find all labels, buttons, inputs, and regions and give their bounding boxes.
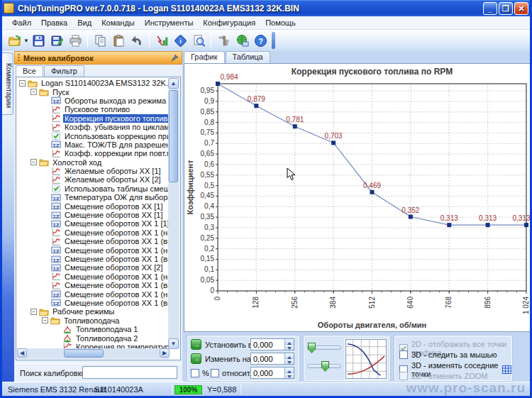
tree-item[interactable]: 1.2Смещение оборотов ХХ [1] (16, 211, 170, 219)
checkbox[interactable] (399, 372, 408, 380)
tree-item[interactable]: Использовать таблицы смещения об (16, 184, 170, 193)
chip-chart-icon[interactable] (153, 32, 170, 49)
spin-down-icon[interactable] (285, 359, 294, 364)
undo-icon[interactable] (128, 32, 145, 49)
tree-item[interactable]: −Рабочие режимы (16, 307, 170, 316)
tree-item[interactable]: −Холостой ход (16, 158, 170, 167)
tab-Фильтр[interactable]: Фильтр (44, 65, 84, 77)
tab-Таблица[interactable]: Таблица (226, 51, 270, 63)
tree-item-label[interactable]: Смещение оборотов ХХ 1 (низкая ТС (63, 228, 170, 237)
relative-checkbox[interactable] (211, 369, 219, 377)
tree-item[interactable]: Коэфф. убывания по циклам (16, 123, 170, 131)
zoom-search-icon[interactable] (190, 32, 207, 49)
x-slider[interactable] (307, 346, 341, 350)
scroll-left-icon[interactable]: ◀ (17, 348, 27, 358)
scroll-up-icon[interactable]: ▲ (168, 78, 179, 89)
tree-item[interactable]: Желаемые обороты ХХ [2] (16, 175, 170, 184)
title-bar[interactable]: ChipTuningPRO ver.7.0.0.718 - Logan S110… (0, 0, 532, 16)
apply-set-button[interactable]: → (191, 339, 201, 350)
pin-icon[interactable] (170, 54, 179, 62)
menu-item-Правка[interactable]: Правка (37, 17, 72, 28)
set-value[interactable]: 0,000 (251, 339, 284, 350)
tree-item-label[interactable]: Logan S110140023A EMS3132 32K.BIN (40, 79, 170, 87)
expander-minus-icon[interactable]: − (42, 317, 48, 324)
horizontal-scroll-thumb[interactable] (64, 349, 104, 358)
scroll-right-icon[interactable]: ▶ (160, 348, 170, 358)
tree-item[interactable]: Смещение оборотов ХХ 1 (низкая ТС (16, 272, 170, 281)
menu-item-Файл[interactable]: Файл (8, 17, 35, 28)
tree-item-label[interactable]: Смещение оборотов ХХ [2] (63, 263, 164, 272)
minimize-button[interactable]: _ (483, 2, 497, 15)
horizontal-scrollbar[interactable]: ◀ ▶ (17, 348, 170, 359)
tree-item[interactable]: −Топливоподача (16, 316, 170, 325)
tree-item[interactable]: Коррекция пускового топлива по RP (16, 114, 170, 123)
tree-item-label[interactable]: Пуск (51, 88, 71, 96)
expander-minus-icon[interactable]: − (31, 89, 37, 95)
tree-item[interactable]: Желаемые обороты ХХ [1] (16, 167, 170, 175)
tools-icon[interactable] (215, 32, 232, 49)
tree-item-label[interactable]: Температура ОЖ для выбора смеще (63, 193, 170, 201)
tree-item[interactable]: Пусковое топливо (16, 105, 170, 114)
tree-item-label[interactable]: Смещение оборотов ХХ [1] (63, 211, 164, 219)
tree-item[interactable]: Смещение оборотов ХХ 1 (высокая Т (16, 281, 170, 289)
tree-item-label[interactable]: Смещение оборотов ХХ 1 (низкая ТС (63, 290, 170, 299)
tree-item-label[interactable]: Рабочие режимы (51, 307, 116, 316)
tree-item[interactable]: 1.2Смещение оборотов ХХ 1 (низкая ТС (16, 289, 170, 298)
comments-tab[interactable]: Комментарии (2, 52, 13, 115)
tree-item-label[interactable]: Смещение оборотов ХХ 1 [1] (63, 219, 170, 228)
menu-item-Команды[interactable]: Команды (97, 17, 139, 28)
tree-item-label[interactable]: Смещение оборотов ХХ 1 (высокая Т (63, 299, 170, 307)
tree-item-label[interactable]: Топливоподача 1 (74, 325, 139, 333)
tree-item-label[interactable]: Смещение оборотов ХХ 1 (высокая Т (63, 255, 170, 263)
change-value[interactable]: 0,000 (251, 353, 284, 364)
tree-item[interactable]: 1.2Обороты выхода из режима пуска (16, 96, 170, 105)
tree-item-label[interactable]: Коэфф. убывания по циклам (63, 123, 170, 131)
tree-item-label[interactable]: Смещение оборотов ХХ 1 (высокая Т (63, 281, 170, 289)
tree-item-label[interactable]: Пусковое топливо (63, 105, 131, 114)
expander-minus-icon[interactable]: − (19, 80, 26, 87)
set-value-spinner[interactable]: 0,000 (250, 338, 294, 350)
globe-icon[interactable] (233, 32, 250, 49)
tree-item-label[interactable]: Желаемые обороты ХХ [2] (63, 175, 162, 184)
tree-item[interactable]: −Пуск (16, 87, 170, 96)
tree-item[interactable]: 1.2Смещение оборотов ХХ [2] (16, 263, 170, 272)
tree-item-label[interactable]: Топливоподача (62, 316, 121, 325)
tree-item[interactable]: Использовать коррекцию при повтор (16, 131, 170, 140)
open-file-icon[interactable] (6, 32, 23, 49)
tree-item[interactable]: 1.2Смещение оборотов ХХ 1 [1] (16, 219, 170, 228)
change-value-spinner[interactable]: 0,000 (250, 353, 294, 365)
tree-item-label[interactable]: Смещение оборотов ХХ 1 (низкая ТС (63, 246, 170, 255)
graph-preview-button[interactable] (345, 339, 387, 379)
info-icon[interactable]: i (172, 32, 189, 49)
menu-item-Помощь[interactable]: Помощь (261, 17, 300, 28)
tree-item[interactable]: 1.2Температура ОЖ для выбора смеще (16, 193, 170, 201)
spin-up-icon[interactable] (285, 367, 294, 373)
tree-item-label[interactable]: Макс. ТОЖ/ТВ для разрешения корр (63, 140, 170, 149)
tree-item-label[interactable]: Холостой ход (51, 158, 103, 167)
save-icon[interactable] (30, 32, 47, 49)
print-icon[interactable] (67, 32, 84, 49)
copy-icon[interactable] (92, 32, 109, 49)
tree-item[interactable]: −Logan S110140023A EMS3132 32K.BIN (16, 79, 170, 87)
expander-minus-icon[interactable]: − (31, 159, 37, 165)
spin-up-icon[interactable] (285, 353, 294, 359)
spin-down-icon[interactable] (285, 373, 294, 378)
tab-График[interactable]: График (184, 51, 225, 63)
tree-item[interactable]: 1.2Смещение оборотов ХХ 1 (высокая Т (16, 255, 170, 263)
spin-down-icon[interactable] (285, 345, 294, 350)
scroll-down-icon[interactable]: ▼ (168, 338, 179, 349)
tree-item-label[interactable]: Смещение оборотов ХХ 1 (низкая ТС (63, 272, 170, 281)
paste-icon[interactable] (110, 32, 127, 49)
percent-checkbox[interactable] (191, 369, 199, 377)
vertical-scroll-thumb[interactable] (169, 90, 178, 182)
tree-item[interactable]: Смещение оборотов ХХ 1 (высокая Т (16, 237, 170, 245)
tree-item[interactable]: Топливоподача 1 (16, 325, 170, 333)
checkbox[interactable] (399, 350, 408, 359)
tree-item[interactable]: 1.2Смещение оборотов ХХ 1 (низкая ТС (16, 245, 170, 254)
save-as-icon[interactable] (48, 32, 65, 49)
maximize-button[interactable]: ❐ (499, 2, 513, 15)
tree-item[interactable]: Смещение оборотов ХХ 1 (низкая ТС (16, 228, 170, 237)
tree-item-label[interactable]: Топливоподача 2 (74, 334, 139, 343)
tree-item-label[interactable]: Использовать коррекцию при повтор (63, 132, 170, 140)
chart-container[interactable]: 00,050,10,150,20,250,30,350,40,450,50,55… (184, 63, 531, 332)
